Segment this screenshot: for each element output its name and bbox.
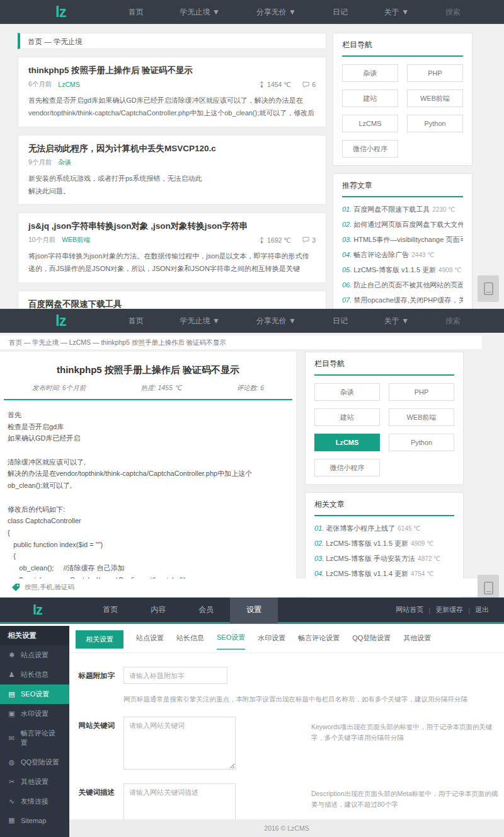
tools-icon: ✂ (8, 778, 16, 786)
recommend-link[interactable]: 05.LzCMS-博客版 v1.1.5 更新4909 ℃ (342, 265, 463, 275)
comment-icon (302, 81, 309, 88)
article-tags[interactable]: 按照,手机,验证码 (25, 583, 74, 592)
category-nav-card: 栏目导航 杂谈 PHP 建站 WEB前端 LzCMS Python 微信小程序 (305, 352, 464, 485)
nav-item-learning[interactable]: 学无止境 ▼ (180, 7, 220, 18)
recommend-card: 推荐文章 01.百度网盘不限速下载工具2230 ℃ 02.如何通过网页版百度网盘… (333, 173, 472, 309)
recommend-link[interactable]: 02.如何通过网页版百度网盘下载大文件1530 ℃ (342, 220, 463, 229)
sidebar-item-other-settings[interactable]: ✂其他设置 (0, 772, 69, 792)
sidebar-item-qq-login[interactable]: ◍QQ登陆设置 (0, 753, 69, 772)
nav-item-learning[interactable]: 学无止境 ▼ (180, 316, 220, 326)
comment-icon: ✉ (8, 734, 16, 742)
category-php[interactable]: PHP (389, 383, 454, 401)
article-title[interactable]: 无法启动此程序，因为计算机中丢失MSVCP120.c (28, 143, 316, 154)
refresh-cache-link[interactable]: 更新缓存 (430, 605, 468, 615)
category-web[interactable]: WEB前端 (389, 408, 454, 426)
category-lzcms[interactable]: LzCMS (342, 115, 398, 132)
main-menu: 首页 学无止境 ▼ 分享无价 ▼ 日记 关于 ▼ 搜索 (110, 316, 479, 326)
mobile-qr-button[interactable] (478, 575, 499, 597)
sidebar-title: 相关设置 (0, 626, 69, 645)
sidebar-item-sitemap[interactable]: ▦Sitemap (0, 811, 69, 829)
category-jianzhan[interactable]: 建站 (314, 408, 380, 426)
article-card[interactable]: thinkphp5 按照手册上操作后 验证码不显示 6个月前 LzCMS 145… (18, 57, 326, 127)
category-zatan[interactable]: 杂谈 (342, 64, 398, 82)
nav-item-about[interactable]: 关于 ▼ (384, 316, 409, 326)
nav-item-search[interactable]: 搜索 (445, 316, 461, 326)
article-card[interactable]: js&jq ,json字符串转换json对象 ,json对象转换json字符串 … (18, 212, 326, 283)
recommend-link[interactable]: 06.防止自己的页面不被其他网站的页面的ifr...2074 ℃ (342, 280, 463, 290)
admin-logo[interactable]: lz (33, 603, 42, 617)
article-comments: 3 (312, 236, 316, 244)
sidebar-item-watermark[interactable]: ▣水印设置 (0, 704, 69, 724)
related-settings-button[interactable]: 相关设置 (76, 630, 123, 649)
article-excerpt: 将json字符串转换为json对象的方法。在数据传输过程中，json是以文本，即… (28, 250, 316, 276)
keywords-textarea[interactable] (123, 717, 236, 770)
nav-item-home[interactable]: 首页 (129, 7, 144, 18)
publish-time: 发布时间: 6个月前 (32, 384, 86, 393)
nav-item-share[interactable]: 分享无价 ▼ (256, 7, 296, 18)
recommend-link[interactable]: 04.畅言评论去除广告2443 ℃ (342, 250, 463, 260)
category-web[interactable]: WEB前端 (407, 89, 463, 107)
article-title[interactable]: 百度网盘不限速下载工具 (28, 299, 316, 309)
tab-watermark[interactable]: 水印设置 (258, 633, 285, 649)
related-link[interactable]: 03.LzCMS-博客版 手动安装方法4872 ℃ (314, 554, 454, 563)
related-link[interactable]: 01.老张博客小程序上线了6145 ℃ (314, 524, 454, 533)
breadcrumb: 首页 — 学无止境 (18, 33, 326, 49)
nav-item-diary[interactable]: 日记 (333, 316, 348, 326)
category-nav-card: 栏目导航 杂谈 PHP 建站 WEB前端 LzCMS Python 微信小程序 (333, 33, 472, 166)
article-category-link[interactable]: LzCMS (58, 81, 79, 88)
sidebar-item-webmaster-info[interactable]: ♟站长信息 (0, 665, 69, 684)
related-link[interactable]: 04.LzCMS-博客版 v1.1.4 更新4754 ℃ (314, 569, 454, 579)
site-logo[interactable]: lz (55, 4, 66, 20)
sidebar-item-seo-settings[interactable]: ▤SEO设置 (0, 684, 69, 704)
recommend-link[interactable]: 07.禁用opcache缓存,关闭PHP缓存，关闭服...3297 ℃ (342, 296, 463, 305)
logout-link[interactable]: 退出 (470, 605, 494, 615)
article-category-link[interactable]: WEB前端 (62, 236, 90, 245)
recommend-link[interactable]: 01.百度网盘不限速下载工具2230 ℃ (342, 205, 463, 214)
tab-seo-settings[interactable]: SEO设置 (217, 633, 245, 650)
admin-nav-home[interactable]: 首页 (86, 597, 134, 623)
article-title[interactable]: js&jq ,json字符串转换json对象 ,json对象转换json字符串 (28, 221, 316, 232)
article-card[interactable]: 百度网盘不限速下载工具 10个月前 杂谈 2230 ℃ 2 最近老张下载百度网盘… (18, 291, 326, 309)
article-category-link[interactable]: 杂谈 (58, 158, 71, 167)
category-python[interactable]: Python (407, 115, 463, 132)
category-jianzhan[interactable]: 建站 (342, 89, 398, 107)
category-wechat-mini[interactable]: 微信小程序 (314, 459, 380, 476)
category-zatan[interactable]: 杂谈 (314, 383, 380, 401)
nav-item-search[interactable]: 搜索 (445, 7, 461, 18)
mobile-qr-button[interactable] (478, 275, 499, 302)
tab-changyan-comment[interactable]: 畅言评论设置 (298, 633, 340, 649)
nav-item-home[interactable]: 首页 (129, 316, 144, 326)
article-date: 9个月前 (28, 158, 52, 167)
sidebar-item-site-settings[interactable]: ✱站点设置 (0, 645, 69, 665)
article-title[interactable]: thinkphp5 按照手册上操作后 验证码不显示 (28, 65, 316, 76)
tab-site-settings[interactable]: 站点设置 (136, 633, 164, 649)
nav-item-diary[interactable]: 日记 (333, 7, 348, 18)
watermark-icon: ▣ (8, 710, 16, 718)
title-suffix-label: 标题附加字 (76, 667, 115, 684)
tab-other-settings[interactable]: 其他设置 (403, 633, 431, 649)
related-link[interactable]: 02.LzCMS-博客版 v1.1.5 更新4909 ℃ (314, 539, 454, 548)
site-logo[interactable]: lz (55, 313, 66, 328)
category-lzcms[interactable]: LzCMS (314, 434, 380, 451)
category-python[interactable]: Python (389, 434, 454, 451)
category-php[interactable]: PHP (407, 64, 463, 82)
heat-icon (259, 236, 265, 244)
tab-webmaster-info[interactable]: 站长信息 (176, 633, 204, 649)
admin-nav-settings[interactable]: 设置 (230, 597, 278, 623)
category-wechat-mini[interactable]: 微信小程序 (342, 140, 398, 158)
admin-navbar: lz 首页 内容 会员 设置 网站首页| 更新缓存| 退出 (0, 597, 504, 624)
tab-qq-login[interactable]: QQ登陆设置 (352, 633, 391, 649)
sidebar-item-friend-links[interactable]: ∿友情连接 (0, 792, 69, 811)
card-title: 推荐文章 (342, 180, 463, 197)
title-suffix-input[interactable] (123, 667, 227, 684)
nav-item-about[interactable]: 关于 ▼ (384, 7, 409, 18)
article-card[interactable]: 无法启动此程序，因为计算机中丢失MSVCP120.c 9个月前 杂谈 新安装的系… (18, 135, 326, 205)
admin-nav-content[interactable]: 内容 (134, 597, 182, 623)
recommend-link[interactable]: 03.HTML5事件—visibilitychange 页面可见...2136 … (342, 235, 463, 245)
site-home-link[interactable]: 网站首页 (391, 605, 428, 615)
nav-item-share[interactable]: 分享无价 ▼ (256, 316, 296, 326)
blog-home-page: lz 首页 学无止境 ▼ 分享无价 ▼ 日记 关于 ▼ 搜索 首页 — 学无止境… (0, 0, 504, 309)
admin-nav-members[interactable]: 会员 (182, 597, 230, 623)
sidebar-item-changyan-comment[interactable]: ✉畅言评论设置 (0, 724, 69, 753)
article-heat: 1692 ℃ (267, 236, 291, 244)
